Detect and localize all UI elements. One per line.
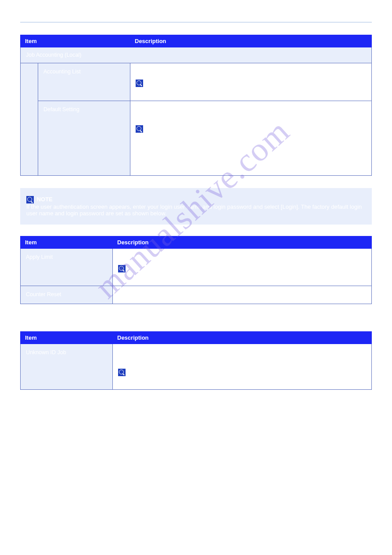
note-label: NOTE [37, 196, 53, 203]
table-header-item: Item [21, 331, 113, 344]
note-label: NOTE [128, 369, 144, 375]
table-header-item: Item [21, 35, 130, 47]
table-row: Counter Reset Start the counter reset fo… [21, 286, 372, 304]
table-spanner: Job Accounting (Local) [21, 47, 372, 63]
table-header-item: Item [21, 236, 113, 249]
row-body-text: This specifies the restriction method ap… [118, 253, 366, 261]
table-indent-spacer [21, 63, 38, 176]
row-label: Unknown ID Job [21, 344, 113, 390]
bullet-item: • Count by Paper Size [136, 154, 366, 162]
row-body: This specifies the behavior for handling… [113, 344, 372, 390]
note-icon [118, 369, 126, 376]
table-row: Default Setting This sets the default of… [21, 101, 372, 176]
note-icon [26, 196, 34, 203]
table-header-desc: Description [113, 331, 372, 344]
table-row: Accounting List Register, edit, and dele… [21, 63, 372, 101]
reference-link[interactable]: Job Accounting (Local) (page 9-24) [136, 88, 221, 94]
bullet-item: • Copy/Printer Count [136, 163, 366, 171]
note-icon [136, 125, 143, 133]
row-label: Counter Reset [21, 286, 113, 304]
note-body: If the user authentication screen appear… [26, 203, 366, 217]
bullet-item: • Default Counter Limit [136, 145, 366, 154]
table-header-desc: Description [130, 35, 372, 47]
table-row: Apply Limit This specifies the restricti… [21, 249, 372, 286]
page-number: 8-42 [20, 402, 372, 408]
reference-link[interactable]: Apply Limit (page 9-29) [118, 274, 175, 280]
row-body-text: This sets the default of the restriction… [136, 105, 366, 123]
row-body: This sets the default of the restriction… [130, 101, 372, 176]
breadcrumb: Default Settings (System Menu) > User Lo… [20, 13, 372, 19]
row-body: Register, edit, and delete accounts. NOT… [130, 63, 372, 101]
note-label: NOTE [146, 80, 161, 86]
table-row: Unknown ID Job This specifies the behavi… [21, 344, 372, 390]
unknown-user-table: Item Description Unknown ID Job This spe… [20, 331, 372, 390]
note-callout: NOTE If the user authentication screen a… [20, 188, 372, 225]
divider [20, 22, 372, 22]
section-heading: Unknown User Settings [20, 317, 372, 326]
reference-link[interactable]: Default Setting (page 9-31) [136, 134, 201, 141]
row-body: This specifies the restriction method ap… [113, 249, 372, 286]
table-header-desc: Description [113, 236, 372, 249]
note-label: NOTE [146, 126, 161, 132]
row-label: Default Setting [38, 101, 130, 176]
reference-link[interactable]: Unknown ID Job (page 9-35) [118, 377, 188, 384]
note-icon [118, 265, 126, 272]
job-accounting-local-table: Item Description Job Accounting (Local) … [20, 35, 372, 176]
row-body-text: Register, edit, and delete accounts. [136, 68, 366, 76]
row-label: Accounting List [38, 63, 130, 101]
apply-limit-table: Item Description Apply Limit This specif… [20, 236, 372, 304]
row-body-text: Start the counter reset for all accounts… [118, 290, 366, 299]
row-body-text: This specifies the behavior for handling… [118, 348, 366, 366]
row-body: Start the counter reset for all accounts… [113, 286, 372, 304]
note-label: NOTE [128, 265, 144, 272]
note-icon [136, 80, 143, 87]
row-label: Apply Limit [21, 249, 113, 286]
